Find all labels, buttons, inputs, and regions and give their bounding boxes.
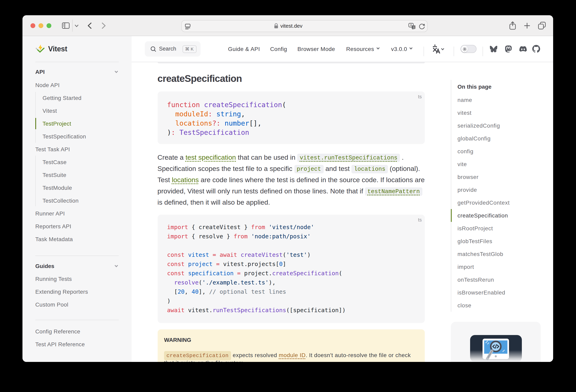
svg-text:文: 文 (412, 26, 415, 29)
